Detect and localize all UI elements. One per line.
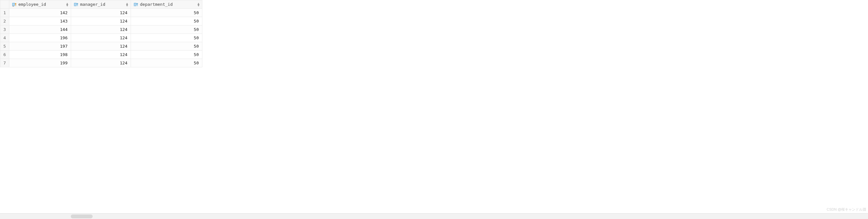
svg-point-19 xyxy=(137,3,138,4)
row-number[interactable]: 7 xyxy=(0,59,9,67)
svg-rect-16 xyxy=(134,3,136,4)
cell-employee-id[interactable]: 197 xyxy=(9,42,71,51)
fk-column-icon xyxy=(74,2,79,7)
row-number[interactable]: 2 xyxy=(0,17,9,25)
row-number[interactable]: 5 xyxy=(0,42,9,51)
row-number[interactable]: 1 xyxy=(0,9,9,17)
svg-rect-18 xyxy=(134,5,136,5)
table-row[interactable]: 5 197 124 50 xyxy=(0,42,203,51)
svg-rect-10 xyxy=(74,4,76,4)
horizontal-scrollbar-thumb[interactable] xyxy=(71,215,93,218)
cell-employee-id[interactable]: 142 xyxy=(9,9,71,17)
cell-employee-id[interactable]: 144 xyxy=(9,25,71,34)
svg-rect-9 xyxy=(74,3,76,4)
svg-point-7 xyxy=(13,5,14,6)
svg-point-12 xyxy=(77,3,78,4)
sort-icon[interactable]: ▲▼ xyxy=(66,3,68,6)
column-header-manager-id[interactable]: manager_id ▲▼ xyxy=(71,0,131,9)
cell-manager-id[interactable]: 124 xyxy=(71,34,131,42)
table-row[interactable]: 7 199 124 50 xyxy=(0,59,203,67)
column-header-department-id[interactable]: department_id ▲▼ xyxy=(131,0,203,9)
row-number[interactable]: 4 xyxy=(0,34,9,42)
cell-department-id[interactable]: 50 xyxy=(131,9,203,17)
cell-department-id[interactable]: 50 xyxy=(131,34,203,42)
table-row[interactable]: 4 196 124 50 xyxy=(0,34,203,42)
table-row[interactable]: 6 198 124 50 xyxy=(0,51,203,59)
column-header-employee-id[interactable]: employee_id ▲▼ xyxy=(9,0,71,9)
cell-employee-id[interactable]: 199 xyxy=(9,59,71,67)
svg-rect-6 xyxy=(16,5,17,6)
row-number[interactable]: 6 xyxy=(0,51,9,59)
watermark: CSDN @桜キャンドル淵 xyxy=(827,207,866,212)
cell-department-id[interactable]: 50 xyxy=(131,17,203,25)
fk-column-icon xyxy=(133,2,139,7)
sort-icon[interactable]: ▲▼ xyxy=(126,3,128,6)
horizontal-scrollbar-track[interactable] xyxy=(0,213,868,219)
cell-employee-id[interactable]: 198 xyxy=(9,51,71,59)
svg-rect-3 xyxy=(12,5,14,5)
svg-rect-1 xyxy=(12,3,14,4)
column-label: department_id xyxy=(140,2,173,7)
header-row: employee_id ▲▼ xyxy=(0,0,203,9)
cell-department-id[interactable]: 50 xyxy=(131,25,203,34)
column-label: manager_id xyxy=(80,2,105,7)
table-row[interactable]: 2 143 124 50 xyxy=(0,17,203,25)
cell-manager-id[interactable]: 124 xyxy=(71,42,131,51)
svg-rect-17 xyxy=(134,4,136,4)
table-row[interactable]: 3 144 124 50 xyxy=(0,25,203,34)
column-label: employee_id xyxy=(18,2,46,7)
row-number[interactable]: 3 xyxy=(0,25,9,34)
cell-manager-id[interactable]: 124 xyxy=(71,59,131,67)
corner-cell[interactable] xyxy=(0,0,9,9)
key-column-icon xyxy=(12,2,17,7)
cell-manager-id[interactable]: 124 xyxy=(71,17,131,25)
cell-employee-id[interactable]: 143 xyxy=(9,17,71,25)
cell-employee-id[interactable]: 196 xyxy=(9,34,71,42)
svg-point-4 xyxy=(15,3,17,4)
svg-rect-11 xyxy=(74,5,76,5)
cell-manager-id[interactable]: 124 xyxy=(71,9,131,17)
cell-department-id[interactable]: 50 xyxy=(131,42,203,51)
svg-rect-21 xyxy=(137,5,138,6)
svg-rect-2 xyxy=(12,4,14,4)
svg-rect-14 xyxy=(77,5,78,6)
table-row[interactable]: 1 142 124 50 xyxy=(0,9,203,17)
cell-manager-id[interactable]: 124 xyxy=(71,51,131,59)
sort-icon[interactable]: ▲▼ xyxy=(197,3,199,6)
cell-department-id[interactable]: 50 xyxy=(131,59,203,67)
data-grid: employee_id ▲▼ xyxy=(0,0,203,67)
cell-manager-id[interactable]: 124 xyxy=(71,25,131,34)
cell-department-id[interactable]: 50 xyxy=(131,51,203,59)
